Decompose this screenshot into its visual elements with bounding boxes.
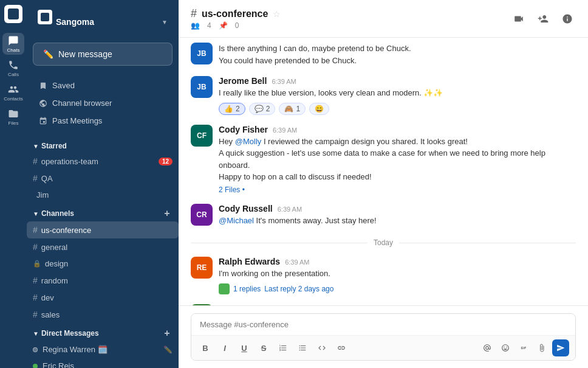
- reactions: 👍 2 💬 2 🙈 1 😄: [219, 103, 576, 115]
- dm-item-eric-reis[interactable]: Eric Reis: [27, 358, 179, 368]
- message-toolbar: B I U S: [191, 335, 575, 360]
- add-channel-button[interactable]: +: [162, 208, 173, 219]
- message-input[interactable]: [191, 314, 575, 335]
- status-dot: [33, 364, 38, 369]
- date-divider: Today: [191, 238, 576, 247]
- message-text: @Michael It's moments away. Just stay he…: [219, 215, 576, 227]
- starred-section: ▼ Starred # operations-team 12 # QA Jim: [27, 137, 179, 203]
- unordered-list-button[interactable]: [295, 340, 310, 356]
- reaction-thumbs-up[interactable]: 👍 2: [219, 103, 245, 115]
- rail-item-files[interactable]: Files: [2, 106, 24, 128]
- message-row: CR Cody Russell 6:39 AM @Michael It's mo…: [191, 199, 576, 232]
- app-name: Sangoma: [56, 17, 158, 27]
- hash-icon: #: [33, 242, 38, 252]
- message-header: Cody Fisher 6:39 AM: [219, 125, 576, 134]
- channel-item-qa[interactable]: # QA: [27, 170, 179, 187]
- video-button[interactable]: [510, 10, 527, 27]
- channel-item-dev[interactable]: # dev: [27, 289, 179, 306]
- add-member-button[interactable]: [535, 10, 552, 27]
- dm-section-header[interactable]: ▼ Direct Messages +: [27, 323, 179, 341]
- message-content: Ralph Edwards 6:39 AM I'm working on the…: [219, 257, 576, 294]
- gif-button[interactable]: [516, 340, 532, 356]
- starred-section-header[interactable]: ▼ Starred: [27, 137, 179, 153]
- message-text: I really like the blue version, looks ve…: [219, 87, 576, 99]
- app-header[interactable]: Sangoma ▼: [33, 6, 173, 38]
- sidebar-item-saved[interactable]: Saved: [33, 77, 173, 94]
- message-header: Devon Lane 6:39 AM: [219, 304, 576, 306]
- code-button[interactable]: [314, 340, 330, 356]
- channels-section-header[interactable]: ▼ Channels +: [27, 203, 179, 221]
- star-icon[interactable]: ☆: [273, 9, 281, 19]
- reaction-smile[interactable]: 😄: [309, 103, 329, 115]
- message-input-box: B I U S: [191, 313, 576, 361]
- ordered-list-button[interactable]: [275, 340, 291, 356]
- message-time: 6:39 AM: [285, 259, 309, 266]
- sidebar-item-past-meetings[interactable]: Past Meetings: [33, 112, 173, 130]
- add-dm-button[interactable]: +: [162, 328, 173, 339]
- message-content: Is there anything I can do, maybe preten…: [219, 43, 576, 66]
- info-button[interactable]: [559, 10, 576, 27]
- avatar: RE: [191, 257, 213, 279]
- files-indicator[interactable]: 2 Files •: [219, 186, 576, 194]
- message-header: Jerome Bell 6:39 AM: [219, 76, 576, 86]
- message-author: Ralph Edwards: [219, 257, 280, 266]
- message-author: Cody Fisher: [219, 125, 268, 134]
- rail-item-calls[interactable]: Calls: [2, 57, 24, 79]
- chevron-icon: ▼: [33, 330, 39, 337]
- replies-info[interactable]: 1 replies Last reply 2 days ago: [219, 283, 576, 294]
- sidebar-item-channel-browser[interactable]: Channel browser: [33, 94, 173, 112]
- reaction-see-no-evil[interactable]: 🙈 1: [279, 103, 306, 115]
- edit-icon: ✏️: [163, 345, 173, 354]
- channel-header: # us-conference ☆ 👥 4 📌 0: [179, 0, 588, 38]
- message-time: 6:39 AM: [272, 78, 296, 85]
- channel-item-jim-starred[interactable]: Jim: [27, 187, 179, 203]
- channel-item-sales[interactable]: # sales: [27, 306, 179, 323]
- hash-icon: #: [33, 173, 38, 183]
- sidebar: Sangoma ▼ ✏️ New message Saved Channel b…: [27, 0, 179, 368]
- attachment-button[interactable]: [534, 340, 550, 356]
- message-content: Cody Russell 6:39 AM @Michael It's momen…: [219, 204, 576, 227]
- avatar: CR: [191, 204, 213, 226]
- message-text: I'm working on the presentation.: [219, 268, 576, 280]
- chevron-down-icon: ▼: [162, 19, 168, 26]
- channel-item-general[interactable]: # general: [27, 238, 179, 255]
- channel-item-operations-team[interactable]: # operations-team 12: [27, 153, 179, 170]
- channel-title-area: # us-conference ☆: [191, 7, 281, 20]
- left-rail: Chats Calls Contacts Files: [0, 0, 27, 368]
- bold-button[interactable]: B: [197, 340, 213, 356]
- dm-item-regina-warren[interactable]: Regina Warren 🗓️ ✏️: [27, 341, 179, 358]
- strikethrough-button[interactable]: S: [256, 340, 272, 356]
- channel-hash-icon: #: [191, 7, 197, 20]
- members-icon: 👥: [191, 21, 200, 30]
- pins-count: 0: [235, 21, 239, 30]
- hash-icon: #: [33, 276, 38, 285]
- emoji-button[interactable]: [497, 340, 513, 356]
- channel-item-random[interactable]: # random: [27, 272, 179, 289]
- avatar: JB: [191, 43, 213, 64]
- mention: @Molly: [235, 137, 262, 146]
- channel-item-design[interactable]: 🔒 design: [27, 255, 179, 272]
- channel-item-us-conference[interactable]: # us-conference: [27, 221, 179, 238]
- avatar: DL: [191, 304, 213, 306]
- mention-button[interactable]: [479, 340, 495, 356]
- status-dot: [33, 347, 38, 352]
- app-logo[interactable]: [4, 5, 22, 23]
- reaction-speech[interactable]: 💬 2: [249, 103, 276, 115]
- reply-avatar: [219, 283, 230, 294]
- message-input-area: B I U S: [179, 305, 588, 368]
- underline-button[interactable]: U: [236, 340, 252, 356]
- dm-section: ▼ Direct Messages + Regina Warren 🗓️ ✏️ …: [27, 323, 179, 368]
- pin-icon: 📌: [219, 21, 228, 30]
- avatar: JB: [191, 76, 213, 98]
- header-actions: [510, 10, 576, 27]
- italic-button[interactable]: I: [217, 340, 233, 356]
- rail-item-chats[interactable]: Chats: [2, 33, 24, 55]
- send-button[interactable]: [552, 339, 569, 356]
- message-row: RE Ralph Edwards 6:39 AM I'm working on …: [191, 252, 576, 299]
- message-text: Hey @Molly I reviewed the campaign desig…: [219, 136, 576, 183]
- channel-name: us-conference: [202, 9, 268, 19]
- message-author: Cody Russell: [219, 204, 273, 214]
- rail-item-contacts[interactable]: Contacts: [2, 82, 24, 103]
- link-button[interactable]: [333, 340, 349, 356]
- new-message-button[interactable]: ✏️ New message: [33, 43, 173, 66]
